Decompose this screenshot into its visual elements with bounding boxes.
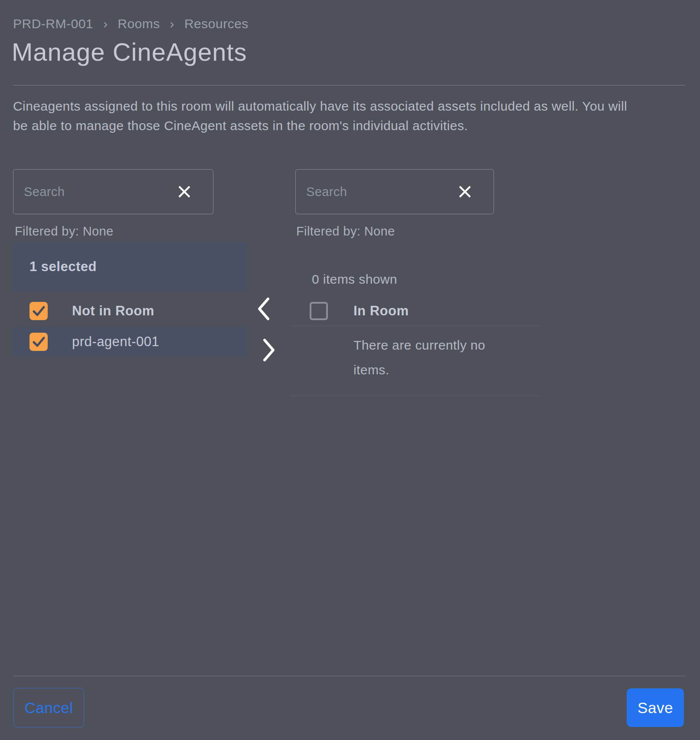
- selected-count-label: 1 selected: [29, 259, 97, 275]
- assigned-group-row[interactable]: In Room: [290, 296, 539, 326]
- footer-divider: [13, 676, 685, 676]
- assigned-empty-row: There are currently no items.: [290, 327, 539, 396]
- available-search-input[interactable]: [13, 170, 165, 214]
- select-all-checkbox[interactable]: [29, 302, 48, 320]
- assigned-group-label: In Room: [353, 303, 409, 319]
- cancel-button[interactable]: Cancel: [13, 688, 84, 727]
- manage-cineagents-dialog: PRD-RM-001 › Rooms › Resources Manage Ci…: [0, 0, 700, 740]
- breadcrumb-separator: ›: [103, 16, 108, 31]
- available-group-row[interactable]: Not in Room: [13, 296, 247, 326]
- save-button[interactable]: Save: [627, 688, 684, 727]
- clear-search-icon[interactable]: [457, 184, 473, 200]
- move-right-button[interactable]: [259, 337, 278, 363]
- breadcrumb: PRD-RM-001 › Rooms › Resources: [13, 16, 249, 31]
- move-left-button[interactable]: [254, 295, 273, 322]
- available-item-label: prd-agent-001: [72, 334, 159, 350]
- clear-search-icon[interactable]: [177, 184, 192, 200]
- available-search-box: [13, 169, 213, 214]
- checkmark-icon: [31, 304, 46, 318]
- checkmark-icon: [31, 334, 46, 349]
- page-title: Manage CineAgents: [12, 37, 247, 66]
- assigned-search-input[interactable]: [296, 170, 446, 214]
- empty-state-message: There are currently no items.: [353, 333, 518, 382]
- item-checkbox[interactable]: [29, 333, 48, 351]
- available-group-label: Not in Room: [72, 303, 154, 319]
- assigned-filtered-by-label: Filtered by: None: [296, 224, 395, 239]
- items-shown-label: 0 items shown: [312, 272, 397, 287]
- available-filtered-by-label: Filtered by: None: [15, 224, 114, 239]
- dialog-description: Cineagents assigned to this room will au…: [13, 96, 633, 135]
- breadcrumb-item-room-id[interactable]: PRD-RM-001: [13, 16, 93, 31]
- chevron-left-icon: [256, 297, 271, 321]
- breadcrumb-item-resources: Resources: [184, 16, 249, 31]
- selected-count-header: 1 selected: [13, 242, 247, 291]
- select-all-checkbox-unchecked[interactable]: [310, 302, 328, 320]
- breadcrumb-separator: ›: [170, 16, 175, 31]
- breadcrumb-item-rooms[interactable]: Rooms: [118, 16, 160, 31]
- header-divider: [13, 85, 685, 85]
- assigned-search-box: [295, 169, 494, 214]
- available-item-row[interactable]: prd-agent-001: [13, 327, 247, 357]
- chevron-right-icon: [261, 338, 277, 362]
